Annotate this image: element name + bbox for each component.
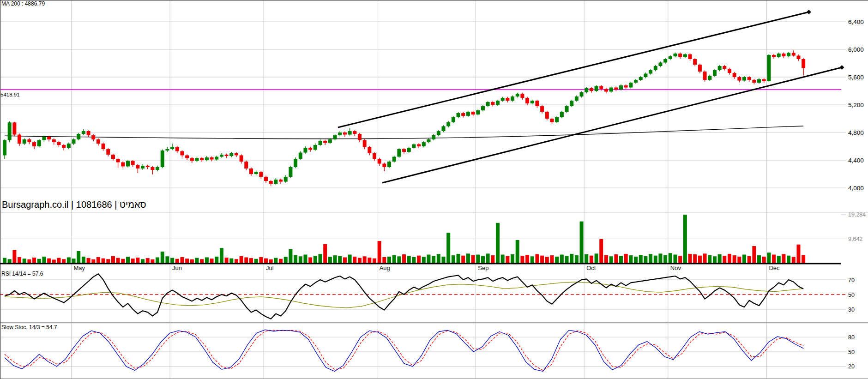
volume-bar [313, 256, 317, 263]
volume-bar [343, 257, 347, 263]
candle-body [718, 66, 722, 70]
candle-body [225, 155, 229, 156]
volume-bar [708, 255, 711, 263]
candle-body [713, 70, 717, 76]
chart-left-border [0, 0, 0, 379]
month-label: Sep [478, 265, 488, 271]
volume-bar [713, 256, 717, 263]
volume-bar [412, 257, 416, 263]
candle-body [338, 132, 342, 135]
candle-body [91, 135, 95, 139]
candle-body [767, 55, 771, 81]
candle-body [37, 140, 41, 147]
volume-bar [437, 254, 440, 263]
volume-bar [82, 257, 85, 263]
volume-bar [269, 259, 273, 263]
candle-body [560, 112, 564, 117]
candle-body [175, 147, 179, 151]
volume-bar [457, 254, 460, 263]
candle-body [452, 117, 455, 122]
candle-body [170, 147, 174, 150]
candle-body [47, 137, 51, 139]
candle-body [723, 66, 726, 69]
candle-body [708, 76, 711, 80]
candle-body [545, 112, 549, 119]
candle-body [604, 89, 608, 92]
volume-bar [560, 254, 564, 263]
chart-top-border [0, 0, 868, 0]
volume-bar [535, 254, 539, 263]
candle-body [530, 101, 534, 103]
candle-body [368, 147, 371, 154]
volume-bar [77, 251, 80, 263]
candle-body [210, 157, 214, 160]
candle-body [402, 149, 406, 152]
volume-bar [333, 255, 337, 263]
candle-body [654, 66, 657, 70]
volume-bar [649, 254, 652, 263]
volume-bar [363, 256, 367, 263]
month-label: Jun [172, 265, 182, 271]
candle-body [506, 98, 509, 101]
month-label: Aug [380, 265, 390, 271]
candle-body [432, 135, 435, 139]
stoch-tick-label: 20 [848, 363, 855, 370]
candle-body [550, 119, 554, 122]
volume-bar [165, 256, 169, 263]
volume-bar [698, 256, 702, 263]
candle-body [121, 162, 125, 167]
candle-body [590, 88, 593, 91]
candle-body [220, 155, 223, 157]
candle-body [669, 56, 672, 59]
volume-bar [220, 248, 223, 263]
stoch-k-line [5, 330, 803, 371]
candle-body [496, 101, 500, 105]
volume-bar [102, 259, 105, 263]
candle-body [728, 69, 731, 73]
volume-bar [511, 254, 514, 263]
candle-body [12, 122, 16, 134]
volume-tick-label: 19,284 [848, 211, 866, 218]
channel-upper-end-diamond [807, 10, 811, 14]
volume-bar [126, 257, 130, 263]
volume-bar [767, 253, 771, 263]
volume-bar [111, 256, 115, 263]
candle-body [126, 161, 130, 167]
volume-bar [575, 255, 579, 263]
rsi-line [5, 274, 803, 319]
volume-bar [210, 259, 214, 263]
candle-body [328, 139, 332, 143]
rsi-indicator-label: RSI 14/14 = 57.6 [1, 271, 43, 277]
volume-bar [47, 259, 51, 263]
volume-bar [432, 256, 435, 263]
stochastic-indicator-label: Slow Stoc. 14/3 = 54.7 [1, 324, 57, 331]
candle-body [525, 98, 529, 103]
volume-tick-label: 9,642 [848, 236, 862, 242]
candle-body [185, 156, 189, 158]
volume-bar [466, 253, 470, 263]
candle-body [264, 177, 268, 181]
candle-body [373, 153, 376, 159]
channel-upper-line [338, 12, 809, 127]
volume-bar [658, 253, 662, 263]
candle-body [639, 77, 643, 80]
candle-body [308, 148, 312, 150]
volume-bar [688, 254, 692, 263]
volume-bar [299, 256, 302, 263]
volume-bar [446, 233, 450, 263]
volume-bar [678, 256, 682, 263]
candle-body [244, 162, 248, 168]
candle-body [229, 153, 233, 156]
candle-body [516, 94, 519, 96]
candle-body [240, 156, 243, 162]
candle-body [378, 159, 381, 164]
volume-bar [368, 258, 371, 263]
volume-bar [737, 257, 741, 263]
price-tick-label: 6,400 [848, 18, 864, 25]
volume-bar [12, 250, 16, 263]
volume-bar [728, 254, 731, 263]
candle-body [87, 131, 90, 135]
volume-bar [373, 259, 376, 263]
volume-bar [644, 256, 647, 263]
candle-body [540, 106, 544, 112]
